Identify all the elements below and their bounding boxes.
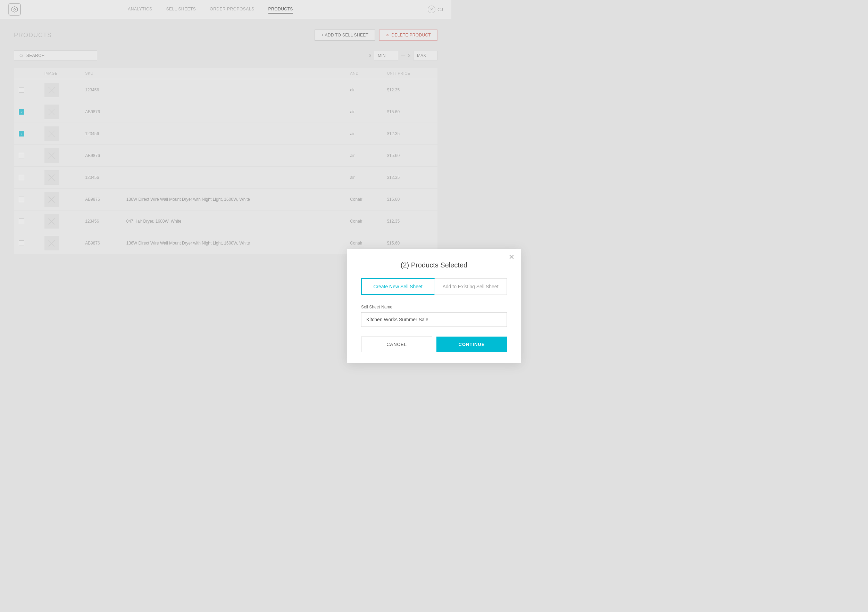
tab-switcher: Create New Sell Sheet Add to Existing Se… xyxy=(361,278,451,295)
tab-add-existing[interactable]: Add to Existing Sell Sheet xyxy=(434,278,451,295)
modal-title: (2) Products Selected xyxy=(361,261,451,269)
modal: ✕ (2) Products Selected Create New Sell … xyxy=(347,249,451,306)
sell-sheet-name-label: Sell Sheet Name xyxy=(361,304,451,306)
tab-create-new[interactable]: Create New Sell Sheet xyxy=(361,278,435,295)
modal-overlay: ✕ (2) Products Selected Create New Sell … xyxy=(0,0,451,306)
